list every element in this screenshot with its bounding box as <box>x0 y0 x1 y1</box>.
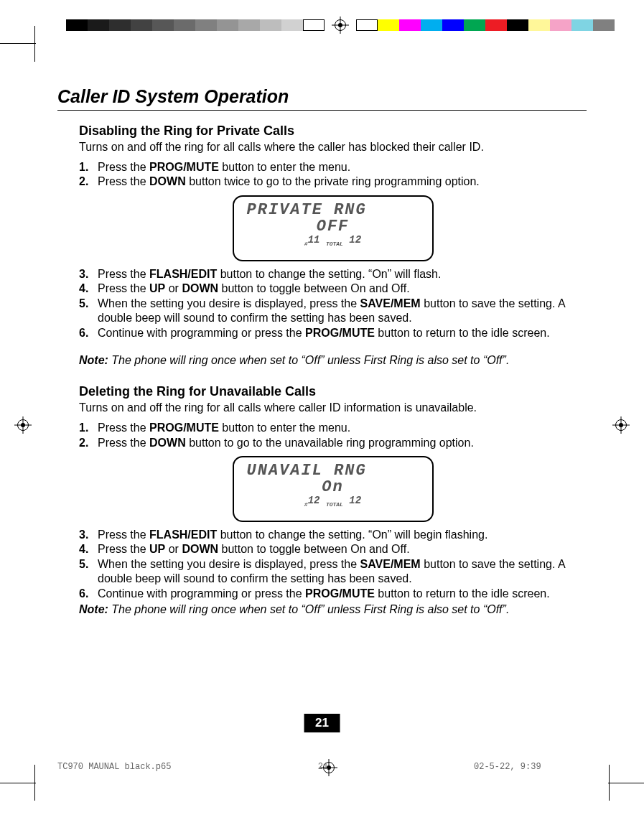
manual-page: Caller ID System Operation Disabling the… <box>0 0 644 815</box>
lcd-value: OFF <box>243 218 424 236</box>
step-item: 1.Press the PROG/MUTE button to enter th… <box>79 160 587 174</box>
step-item: 5.When the setting you desire is display… <box>79 557 587 587</box>
lcd-counter: #12 TOTAL 12 <box>243 495 424 508</box>
lcd-title: UNAVAIL RNG <box>243 462 424 480</box>
step-item: 3.Press the FLASH/EDIT button to change … <box>79 267 587 281</box>
section-heading: Disabling the Ring for Private Calls <box>79 124 587 139</box>
section-lead: Turns on and off the ring for all calls … <box>79 401 587 415</box>
lcd-value: On <box>243 478 424 496</box>
step-item: 1.Press the PROG/MUTE button to enter th… <box>79 421 587 435</box>
step-item: 2.Press the DOWN button twice to go to t… <box>79 174 587 189</box>
print-footer: TC970 MAUNAL black.p65 21 02-5-22, 9:39 <box>57 762 587 772</box>
registration-mark-icon <box>14 416 32 434</box>
section-unavailable-ring: Deleting the Ring for Unavailable Calls … <box>79 384 587 618</box>
lcd-title: PRIVATE RNG <box>243 201 424 219</box>
footer-filename: TC970 MAUNAL black.p65 <box>57 762 258 772</box>
page-number: 21 <box>304 714 340 732</box>
printer-color-bar <box>0 19 644 32</box>
registration-mark-icon <box>332 17 349 34</box>
step-item: 2.Press the DOWN button to go to the una… <box>79 436 587 450</box>
section-note: Note: The phone will ring once when set … <box>79 602 587 618</box>
step-item: 5.When the setting you desire is display… <box>79 297 587 326</box>
registration-mark-icon <box>612 416 630 434</box>
lcd-unavailable-ring: UNAVAIL RNG On #12 TOTAL 12 <box>233 456 434 522</box>
crop-mark-icon <box>0 26 36 62</box>
crop-mark-icon <box>0 765 36 801</box>
step-item: 3.Press the FLASH/EDIT button to change … <box>79 528 587 542</box>
footer-page: 21 <box>258 762 388 772</box>
footer-date: 02-5-22, 9:39 <box>388 762 587 772</box>
lcd-counter: #11 TOTAL 12 <box>243 234 424 247</box>
section-private-ring: Disabling the Ring for Private Calls Tur… <box>79 124 587 368</box>
step-item: 4.Press the UP or DOWN button to toggle … <box>79 542 587 556</box>
step-item: 4.Press the UP or DOWN button to toggle … <box>79 281 587 296</box>
crop-mark-icon <box>608 765 644 801</box>
step-item: 6.Continue with programming or press the… <box>79 326 587 340</box>
section-lead: Turns on and off the ring for all calls … <box>79 140 587 154</box>
lcd-private-ring: PRIVATE RNG OFF #11 TOTAL 12 <box>233 195 434 261</box>
step-item: 6.Continue with programming or press the… <box>79 587 587 601</box>
section-note: Note: The phone will ring once when set … <box>79 353 587 368</box>
page-title: Caller ID System Operation <box>57 86 587 111</box>
page-content: Caller ID System Operation Disabling the… <box>57 79 587 629</box>
section-heading: Deleting the Ring for Unavailable Calls <box>79 384 587 399</box>
